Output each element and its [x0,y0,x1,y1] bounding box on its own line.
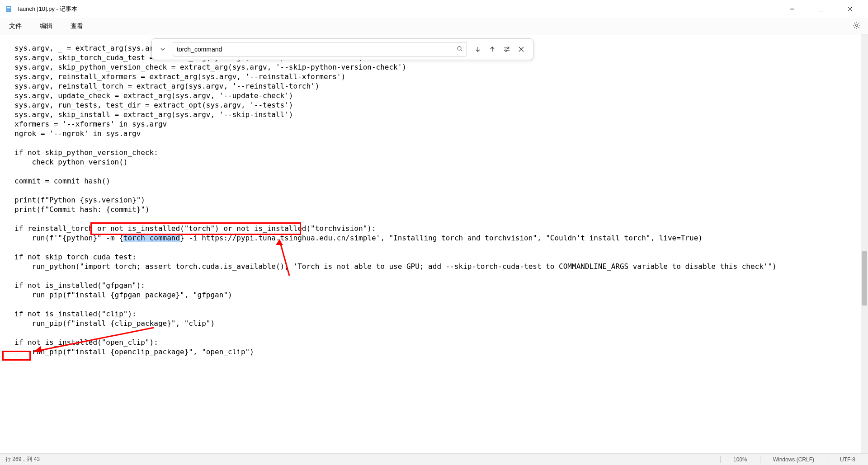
code-line: run_pip(f"install {openclip_package}", "… [14,348,254,356]
minimize-button[interactable] [783,2,801,16]
menu-view[interactable]: 查看 [67,20,87,32]
code-line: xformers = '--xformers' in sys.argv [14,120,167,128]
svg-point-9 [458,47,461,50]
code-line: print(f"Python {sys.version}") [14,196,145,204]
statusbar: 行 269，列 43 100% Windows (CRLF) UTF-8 [0,453,868,465]
code-line: if reinstall_torch or not is_installed("… [14,224,376,233]
svg-point-14 [505,50,507,52]
menubar: 文件 编辑 查看 [0,18,868,34]
code-line: commit = commit_hash() [14,177,110,185]
window-title: launch [10].py - 记事本 [18,5,783,13]
code-line: run_pip(f"install {clip_package}", "clip… [14,319,215,328]
code-line: sys.argv, update_check = extract_arg(sys… [14,91,293,100]
search-icon[interactable] [457,46,463,53]
svg-rect-1 [7,7,10,8]
menu-edit[interactable]: 编辑 [36,20,56,32]
status-zoom[interactable]: 100% [726,456,755,463]
code-line: sys.argv, reinstall_torch = extract_arg(… [14,82,319,90]
svg-rect-3 [7,10,9,10]
find-next-button[interactable] [471,42,485,56]
find-chevron-down-icon[interactable] [156,43,169,56]
code-line: if not skip_python_version_check: [14,148,158,157]
code-line: sys.argv, skip_python_version_check = ex… [14,63,406,71]
find-input[interactable] [177,46,457,53]
find-bar [151,38,533,60]
find-options-button[interactable] [500,42,514,56]
status-lineending: Windows (CRLF) [766,456,821,463]
code-line: sys.argv, reinstall_xformers = extract_a… [14,72,345,81]
scrollbar-vertical[interactable] [861,34,868,453]
titlebar: launch [10].py - 记事本 [0,0,868,18]
code-line: if not is_installed("clip"): [14,310,137,318]
window-controls [783,2,859,16]
svg-rect-5 [819,7,823,11]
code-line: run(f'"{python}" -m {torch_command} -i h… [14,234,703,242]
scrollbar-thumb[interactable] [862,251,867,305]
menu-file[interactable]: 文件 [5,20,25,32]
svg-line-10 [461,50,462,51]
svg-point-8 [856,24,858,27]
code-line: sys.argv, run_tests, test_dir = extract_… [14,101,293,109]
code-line: run_pip(f"install {gfpgan_package}", "gf… [14,291,232,299]
app-icon [5,5,13,13]
code-line: run_python("import torch; assert torch.c… [14,262,777,271]
find-prev-button[interactable] [485,42,500,56]
close-button[interactable] [841,2,859,16]
search-highlight: torch_command [123,234,180,242]
code-line: if not is_installed("open_clip"): [14,338,158,347]
code-line: if not skip_torch_cuda_test: [14,253,137,261]
maximize-button[interactable] [812,2,830,16]
find-close-button[interactable] [514,42,528,56]
status-position: 行 269，列 43 [5,456,715,463]
code-line: check_python_version() [14,158,127,166]
code-line: sys.argv, skip_install = extract_arg(sys… [14,110,293,119]
svg-point-12 [507,47,509,49]
settings-button[interactable] [851,19,863,33]
code-line: if not is_installed("gfpgan"): [14,281,145,290]
editor-content[interactable]: sys.argv, _ = extract_arg(sys.argv, '-f'… [0,34,868,453]
status-encoding: UTF-8 [833,456,863,463]
code-line: ngrok = '--ngrok' in sys.argv [14,129,141,138]
svg-rect-2 [7,9,10,9]
code-line: print(f"Commit hash: {commit}") [14,205,150,214]
find-input-wrap [173,42,467,56]
